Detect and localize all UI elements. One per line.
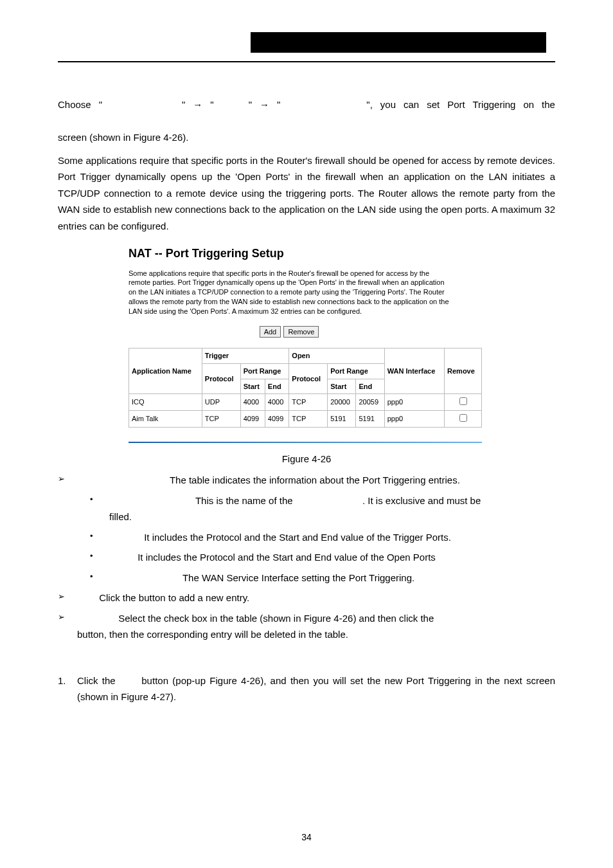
cell-oproto: TCP bbox=[289, 411, 328, 428]
cell-oend: 5191 bbox=[356, 411, 384, 428]
list-item: • This is the name of the . It is exclus… bbox=[90, 493, 555, 509]
list-item: ➢ Select the check box in the table (sho… bbox=[58, 610, 555, 627]
figure-caption: Figure 4-26 bbox=[58, 451, 555, 467]
li-cont: button, then the corresponding entry wil… bbox=[77, 626, 555, 643]
step-text-a: Click the bbox=[77, 675, 120, 686]
col-o-protocol: Protocol bbox=[289, 364, 328, 394]
table-row: ICQ UDP 4000 4000 TCP 20000 20059 ppp0 bbox=[129, 394, 482, 411]
arrow-icon: → bbox=[260, 99, 269, 110]
bullet-icon: • bbox=[90, 570, 109, 586]
col-t-protocol: Protocol bbox=[202, 364, 240, 394]
step-text-b: button (pop-up Figure 4-26), and then yo… bbox=[77, 675, 555, 703]
nav-line2: screen (shown in Figure 4-26). bbox=[58, 129, 555, 146]
list-item: • It includes the Protocol and the Start… bbox=[90, 549, 555, 566]
cell-ostart: 5191 bbox=[328, 411, 356, 428]
cell-wan: ppp0 bbox=[384, 394, 444, 411]
nav-text-a: Choose " bbox=[58, 99, 102, 110]
nav-text-d: " bbox=[249, 99, 252, 110]
figure-bottom-rule bbox=[129, 442, 482, 443]
cell-tstart: 4000 bbox=[240, 394, 265, 411]
nav-text-f: ", you can set Port Triggering on the bbox=[366, 99, 555, 110]
li-text: The WAN Service Interface setting the Po… bbox=[182, 572, 414, 583]
li-cont: filled. bbox=[109, 509, 555, 525]
remove-checkbox[interactable] bbox=[459, 397, 467, 405]
remove-button[interactable]: Remove bbox=[283, 326, 319, 338]
col-remove: Remove bbox=[445, 348, 482, 394]
main-content: Choose " " → " " → " ", you can set Port… bbox=[58, 96, 555, 705]
bullet-icon: ➢ bbox=[58, 610, 77, 627]
li-text-b: . It is exclusive and must be bbox=[362, 495, 481, 506]
nav-path-para: Choose " " → " " → " ", you can set Port… bbox=[58, 96, 555, 146]
cell-tend: 4099 bbox=[265, 411, 289, 428]
cell-oproto: TCP bbox=[289, 394, 328, 411]
bullet-icon: • bbox=[90, 529, 109, 546]
cell-tproto: UDP bbox=[202, 394, 240, 411]
arrow-icon: → bbox=[193, 99, 202, 110]
bullet-icon: • bbox=[90, 549, 109, 566]
intro-paragraph: Some applications require that specific … bbox=[58, 152, 555, 235]
li-text: The table indicates the information abou… bbox=[170, 475, 460, 485]
triggering-table: Application Name Trigger Open WAN Interf… bbox=[129, 348, 482, 427]
header-black-bar bbox=[251, 32, 546, 53]
col-app-name: Application Name bbox=[129, 348, 202, 394]
col-t-start: Start bbox=[240, 379, 265, 394]
col-trigger: Trigger bbox=[202, 348, 289, 364]
cell-tproto: TCP bbox=[202, 411, 240, 428]
cell-oend: 20059 bbox=[356, 394, 384, 411]
bullet-list: ➢ The table indicates the information ab… bbox=[58, 472, 555, 705]
cell-wan: ppp0 bbox=[384, 411, 444, 428]
col-t-portrange: Port Range bbox=[240, 364, 289, 379]
cell-app: Aim Talk bbox=[129, 411, 202, 428]
col-o-portrange: Port Range bbox=[328, 364, 384, 379]
li-text: It includes the Protocol and the Start a… bbox=[138, 552, 436, 563]
list-item: • The WAN Service Interface setting the … bbox=[90, 570, 555, 586]
header-rule bbox=[58, 61, 555, 62]
li-text-a: This is the name of the bbox=[195, 495, 296, 506]
li-text: Click the button to add a new entry. bbox=[99, 592, 249, 603]
bullet-icon: ➢ bbox=[58, 590, 77, 606]
col-wan: WAN Interface bbox=[384, 348, 444, 394]
col-o-end: End bbox=[356, 379, 384, 394]
list-item: ➢ The table indicates the information ab… bbox=[58, 472, 555, 489]
figure-4-26: NAT -- Port Triggering Setup Some applic… bbox=[129, 244, 555, 443]
col-t-end: End bbox=[265, 379, 289, 394]
figure-description: Some applications require that specific … bbox=[129, 269, 450, 316]
cell-tstart: 4099 bbox=[240, 411, 265, 428]
col-o-start: Start bbox=[328, 379, 356, 394]
list-item: ➢ Click the button to add a new entry. bbox=[58, 590, 555, 606]
remove-checkbox[interactable] bbox=[459, 414, 467, 422]
list-item: 1. Click the button (pop-up Figure 4-26)… bbox=[58, 673, 555, 705]
nav-text-b: " bbox=[182, 99, 185, 110]
number-marker: 1. bbox=[58, 673, 77, 705]
add-button[interactable]: Add bbox=[260, 326, 281, 338]
nav-text-e: " bbox=[277, 99, 280, 110]
li-text-a: Select the check box in the table (shown… bbox=[118, 613, 434, 624]
bullet-icon: • bbox=[90, 493, 109, 509]
li-text: It includes the Protocol and the Start a… bbox=[144, 532, 451, 543]
page-number: 34 bbox=[0, 832, 613, 842]
col-open: Open bbox=[289, 348, 384, 364]
list-item: • It includes the Protocol and the Start… bbox=[90, 529, 555, 546]
bullet-icon: ➢ bbox=[58, 472, 77, 489]
cell-ostart: 20000 bbox=[328, 394, 356, 411]
cell-tend: 4000 bbox=[265, 394, 289, 411]
nav-text-c: " bbox=[210, 99, 213, 110]
cell-app: ICQ bbox=[129, 394, 202, 411]
figure-title: NAT -- Port Triggering Setup bbox=[129, 244, 555, 264]
table-row: Aim Talk TCP 4099 4099 TCP 5191 5191 ppp… bbox=[129, 411, 482, 428]
